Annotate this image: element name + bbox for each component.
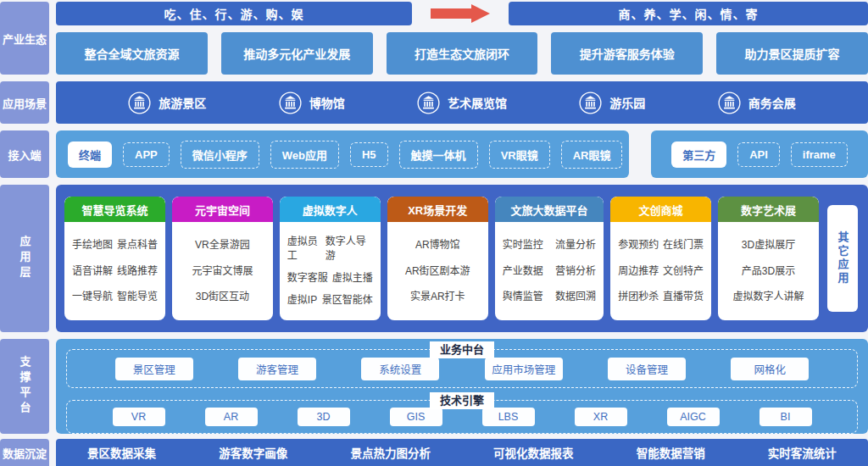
data-item: 景区数据采集 [87,444,156,461]
scene-label: 博物馆 [309,94,345,111]
app-card-item: 实时监控 [503,236,543,251]
access-layer-row: 终端 APP 微信小程序 Web应用 H5 触摸一体机 VR眼镜 AR眼镜 第三… [56,130,868,178]
data-item: 游客数字画像 [219,444,287,461]
tech-chip: AR [205,408,258,426]
goal-box: 打造生态文旅闭环 [387,32,538,75]
access-option-pill: APP [123,142,170,167]
app-card-item: 实景AR打卡 [395,288,481,302]
goal-box: 推动多元化产业发展 [221,32,373,75]
scene-item: 旅游景区 [128,92,206,114]
app-card-item: 语音讲解 [72,263,113,277]
app-card-item: 虚拟IP [287,291,317,306]
business-chip: 网格化 [731,358,809,380]
goal-box: 整合全域文旅资源 [56,32,208,75]
business-chip: 设备管理 [608,358,686,380]
business-middle-platform: 业务中台 景区管理 游客管理 系统设置 应用市场管理 设备管理 网格化 [66,349,858,388]
app-card-item: 虚拟员工 [287,233,326,262]
access-option-pill: VR眼镜 [489,141,550,169]
tech-chip: AIGC [667,408,720,426]
app-card-item: 营销分析 [555,263,596,277]
app-card-title: 文创商城 [610,197,711,222]
right-arrow-icon [431,4,490,23]
chain-bar-right: 商、养、学、闲、情、寄 [509,2,868,25]
chain-bar-left: 吃、住、行、游、购、娱 [56,2,412,25]
app-card-item: 周边推荐 [618,263,659,277]
app-card-item: 智能导览 [117,288,158,302]
museum-building-icon [279,92,302,114]
app-card-item: 在线门票 [663,236,704,251]
application-layer-panel: 智慧导览系统 手绘地图景点科普 语音讲解线路推荐 一键导航智能导览 元宇宙空间 … [56,185,868,332]
business-chip: 景区管理 [115,358,193,380]
app-card-item: 一键导航 [72,288,113,302]
scene-label: 商务会展 [748,94,796,111]
tech-chip: VR [113,408,165,426]
other-applications-box: 其它应用 [827,205,858,312]
business-middle-platform-label: 业务中台 [430,341,494,358]
app-card-item: 流量分析 [555,236,596,251]
rail-application-layer: 应用层 [0,185,49,332]
app-card-item: 数字客服 [287,269,328,284]
app-card-item: AR街区剧本游 [395,263,481,277]
access-option-pill: AR眼镜 [561,141,623,169]
app-card-metaverse: 元宇宙空间 VR全景游园 元宇宙文博展 3D街区互动 [172,197,273,320]
data-item: 实时客流统计 [768,444,837,461]
scene-item: 艺术展览馆 [417,92,507,114]
tech-engine: 技术引擎 VR AR 3D GIS LBS XR AIGC BI [66,400,858,434]
access-option-pill: H5 [350,142,388,167]
data-item: 景点热力图分析 [350,444,431,461]
tech-chip: XR [575,408,627,426]
third-party-panel: 第三方 API iframe [651,130,868,178]
app-card-smart-guide: 智慧导览系统 手绘地图景点科普 语音讲解线路推荐 一键导航智能导览 [64,197,165,320]
app-card-item: 数字人导游 [326,233,373,262]
app-card-item: 舆情监管 [503,288,543,302]
support-platform-panel: 业务中台 景区管理 游客管理 系统设置 应用市场管理 设备管理 网格化 技术引擎… [56,339,868,434]
rail-access-layer: 接入端 [0,130,49,178]
application-scenes-bar: 旅游景区 博物馆 艺术展览馆 游乐园 商务会展 [56,81,868,124]
business-chip: 游客管理 [238,358,316,380]
app-card-body: VR全景游园 元宇宙文博展 3D街区互动 [172,222,273,320]
app-card-title: XR场景开发 [387,197,488,222]
app-card-item: 3D街区互动 [180,288,265,302]
architecture-diagram: 产业生态 应用场景 接入端 应用层 支撑平台 数据沉淀 吃、住、行、游、购、娱 … [0,0,868,466]
industry-chain-row: 吃、住、行、游、购、娱 商、养、学、闲、情、寄 [56,2,868,25]
app-card-item: 直播带货 [663,288,704,302]
tech-chip: LBS [482,408,535,426]
app-card-body: 实时监控流量分析 产业数据营销分析 舆情监管数据回溯 [495,222,604,320]
scene-item: 商务会展 [718,92,796,114]
access-option-pill: Web应用 [270,141,339,169]
app-card-big-data: 文旅大数据平台 实时监控流量分析 产业数据营销分析 舆情监管数据回溯 [495,197,604,320]
app-card-digital-art: 数字艺术展 3D虚拟展厅 产品3D展示 虚拟数字人讲解 [718,197,819,320]
access-option-pill: API [737,142,780,167]
access-option-pill: iframe [791,142,848,167]
app-card-item: 元宇宙文博展 [180,263,265,277]
museum-building-icon [128,92,151,114]
tech-chip: GIS [390,408,442,426]
app-card-body: 手绘地图景点科普 语音讲解线路推荐 一键导航智能导览 [64,222,165,320]
app-card-xr-scene: XR场景开发 AR博物馆 AR街区剧本游 实景AR打卡 [387,197,488,320]
rail-support-platform: 支撑平台 [0,339,49,434]
tech-chip: 3D [298,408,350,426]
rail-application-scenes: 应用场景 [0,81,49,124]
business-chip: 系统设置 [361,358,439,380]
app-card-item: 景点科普 [117,236,158,251]
app-card-item: 产品3D展示 [726,263,811,277]
scene-item: 博物馆 [279,92,345,114]
access-option-pill: 微信小程序 [181,141,259,169]
tech-chip: BI [760,408,812,426]
rail-industry-ecology: 产业生态 [0,2,49,75]
tech-engine-label: 技术引擎 [430,392,494,409]
app-card-item: 线路推荐 [117,263,158,277]
app-card-title: 数字艺术展 [718,197,819,222]
museum-building-icon [718,92,741,114]
app-card-item: 景区智能体 [322,291,373,306]
transition-arrow-wrap [412,2,509,25]
app-card-item: 3D虚拟展厅 [726,236,811,251]
app-card-item: 虚拟主播 [332,269,373,284]
app-card-item: 拼团秒杀 [618,288,659,302]
app-card-title: 元宇宙空间 [172,197,273,222]
app-card-item: 产业数据 [503,263,543,277]
app-card-item: 文创特产 [663,263,704,277]
app-card-body: 虚拟员工数字人导游 数字客服虚拟主播 虚拟IP景区智能体 [280,222,381,320]
app-card-item: 虚拟数字人讲解 [726,288,811,302]
data-item: 智能数据营销 [637,444,705,461]
